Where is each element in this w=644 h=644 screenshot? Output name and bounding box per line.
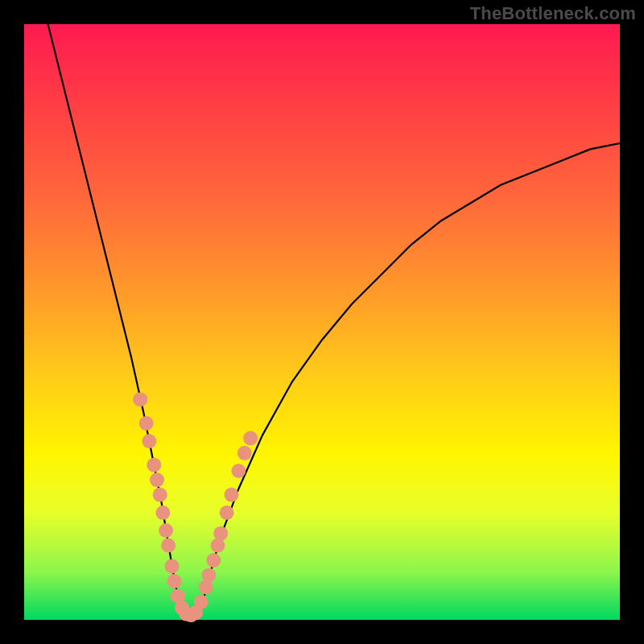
scatter-point (165, 559, 180, 573)
scatter-point (225, 488, 239, 502)
chart-svg (24, 24, 620, 620)
scatter-point (139, 416, 154, 431)
scatter-point (206, 553, 221, 568)
scatter-point (237, 446, 252, 460)
scatter-point (220, 506, 234, 520)
chart-plot-area (24, 24, 620, 620)
scatter-point (147, 458, 161, 473)
scatter-point (194, 595, 208, 609)
scatter-point (133, 392, 147, 407)
scatter-point (201, 568, 216, 583)
scatter-point (213, 526, 228, 541)
scatter-point (155, 506, 170, 520)
watermark-text: TheBottleneck.com (470, 3, 636, 24)
scatter-point (142, 434, 156, 448)
scatter-point (243, 431, 258, 445)
scatter-point (231, 464, 246, 478)
scatter-point (150, 473, 164, 487)
bottleneck-curve (48, 24, 620, 617)
scatter-point (167, 574, 182, 588)
scatter-point (159, 523, 173, 538)
chart-frame: TheBottleneck.com (0, 0, 644, 644)
scatter-points (133, 392, 258, 622)
scatter-point (153, 488, 167, 502)
scatter-point (161, 539, 175, 553)
